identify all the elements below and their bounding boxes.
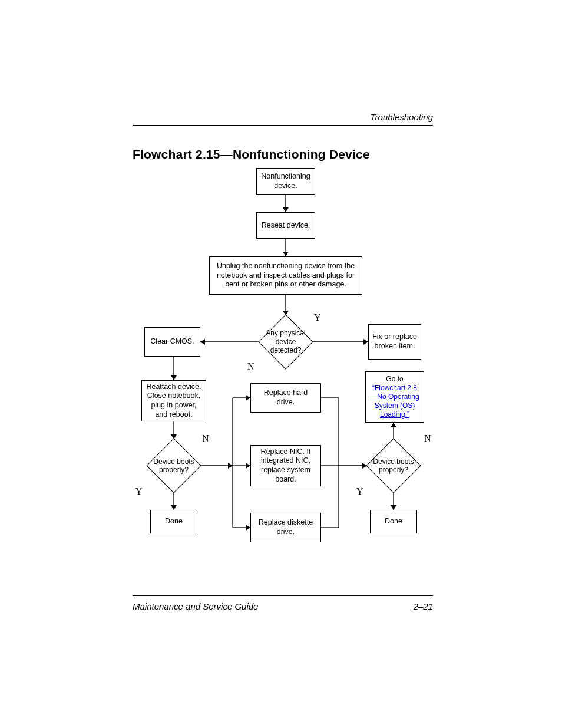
label-y-physical: Y bbox=[314, 312, 321, 323]
footer-right: 2–21 bbox=[414, 601, 433, 611]
node-unplug: Unplug the nonfunctioning device from th… bbox=[209, 256, 362, 295]
node-reattach: Reattach device. Close notebook, plug in… bbox=[141, 380, 206, 421]
label-n-right: N bbox=[424, 433, 431, 444]
node-done-right: Done bbox=[370, 510, 417, 533]
node-replace-nic: Replace NIC. If integrated NIC, replace … bbox=[250, 445, 321, 486]
svg-marker-1 bbox=[283, 207, 289, 212]
footer-rule bbox=[133, 595, 433, 596]
svg-marker-32 bbox=[391, 505, 396, 510]
goto-link[interactable]: “Flowchart 2.8—No Operating System (OS) … bbox=[370, 384, 419, 419]
header-rule bbox=[133, 125, 433, 126]
node-done-left: Done bbox=[150, 510, 197, 533]
header-section: Troubleshooting bbox=[371, 112, 433, 122]
node-boots-right: Device boots properly? bbox=[367, 439, 420, 492]
node-reseat: Reseat device. bbox=[256, 212, 315, 239]
svg-marker-17 bbox=[228, 463, 233, 469]
node-replace-diskette: Replace diskette drive. bbox=[250, 513, 321, 542]
node-fix-replace: Fix or replace broken item. bbox=[368, 324, 421, 360]
label-y-right: Y bbox=[356, 486, 363, 497]
label-n-physical: N bbox=[247, 361, 254, 372]
footer-left: Maintenance and Service Guide bbox=[133, 601, 258, 611]
node-physical-detected: Any physical device detected? bbox=[259, 315, 312, 368]
node-replace-hdd: Replace hard drive. bbox=[250, 383, 321, 413]
svg-marker-3 bbox=[283, 252, 289, 256]
svg-marker-7 bbox=[200, 339, 205, 345]
node-boots-left: Device boots properly? bbox=[147, 439, 200, 492]
label-n-left: N bbox=[202, 433, 209, 444]
node-goto: Go to “Flowchart 2.8—No Operating System… bbox=[365, 371, 424, 423]
svg-marker-22 bbox=[246, 463, 250, 469]
page-title: Flowchart 2.15—Nonfunctioning Device bbox=[133, 147, 370, 162]
svg-marker-34 bbox=[391, 423, 396, 427]
svg-marker-15 bbox=[171, 505, 177, 510]
svg-marker-24 bbox=[246, 525, 250, 531]
flowchart-canvas: Nonfunctioning device. Reseat device. Un… bbox=[133, 168, 433, 592]
svg-marker-20 bbox=[246, 395, 250, 401]
svg-marker-9 bbox=[363, 339, 368, 345]
node-clear-cmos: Clear CMOS. bbox=[144, 327, 200, 357]
label-y-left: Y bbox=[135, 486, 143, 497]
goto-prefix: Go to bbox=[386, 375, 403, 383]
node-start: Nonfunctioning device. bbox=[256, 168, 315, 195]
svg-marker-11 bbox=[171, 375, 177, 380]
